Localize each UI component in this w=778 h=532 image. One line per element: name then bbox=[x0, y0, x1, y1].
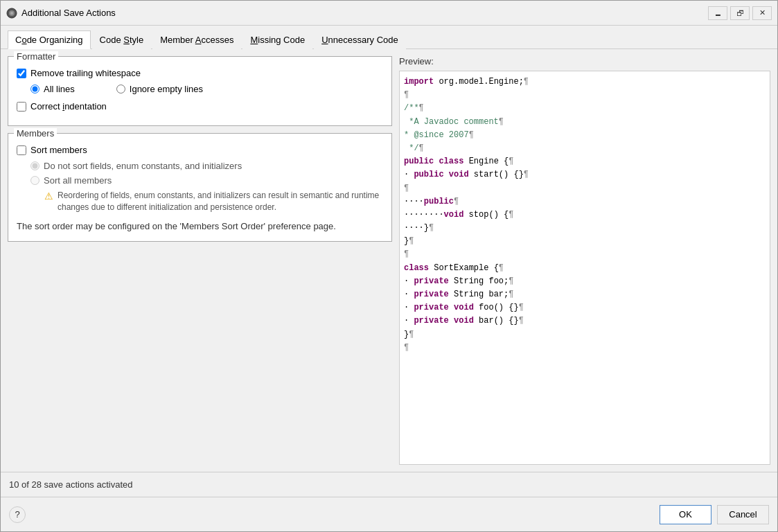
correct-indentation-checkbox[interactable] bbox=[17, 102, 26, 112]
titlebar-controls: 🗕 🗗 ✕ bbox=[708, 6, 772, 20]
ignore-empty-row: Ignore empty lines bbox=[116, 84, 203, 94]
tab-unnecessary-code[interactable]: Unnecessary Code bbox=[314, 30, 406, 49]
code-line: */¶ bbox=[404, 142, 766, 155]
formatter-content: Remove trailing whitespace All lines Ign… bbox=[17, 68, 383, 112]
remove-whitespace-label[interactable]: Remove trailing whitespace bbox=[30, 68, 141, 78]
sort-members-checkbox[interactable] bbox=[17, 145, 26, 155]
ok-button[interactable]: OK bbox=[660, 505, 711, 524]
code-line: ¶ bbox=[404, 89, 766, 102]
tab-code-style[interactable]: Code Style bbox=[92, 30, 152, 49]
sort-suboptions: Do not sort fields, enum constants, and … bbox=[30, 161, 383, 213]
no-sort-radio-row: Do not sort fields, enum constants, and … bbox=[30, 161, 383, 171]
maximize-button[interactable]: 🗗 bbox=[730, 6, 750, 20]
code-line: · private void bar() {}¶ bbox=[404, 314, 766, 328]
code-line: · public void start() {}¶ bbox=[404, 168, 766, 181]
code-line: ¶ bbox=[404, 248, 766, 261]
correct-indentation-label[interactable]: Correct indentation bbox=[30, 101, 107, 112]
code-line: public class Engine {¶ bbox=[404, 155, 766, 168]
sort-all-label[interactable]: Sort all members bbox=[44, 175, 112, 186]
no-sort-radio[interactable] bbox=[30, 161, 39, 170]
warning-text: Reordering of fields, enum constants, an… bbox=[58, 190, 383, 213]
members-group: Members Sort members Do not sort fields,… bbox=[8, 133, 392, 242]
footer: ? OK Cancel bbox=[1, 497, 777, 531]
formatter-group-title: Formatter bbox=[14, 51, 58, 62]
formatter-group: Formatter Remove trailing whitespace All… bbox=[8, 56, 392, 126]
app-icon bbox=[6, 8, 17, 19]
sort-all-radio[interactable] bbox=[30, 176, 39, 185]
code-line: · private void foo() {}¶ bbox=[404, 301, 766, 314]
no-sort-label[interactable]: Do not sort fields, enum constants, and … bbox=[44, 161, 242, 171]
sort-note: The sort order may be configured on the … bbox=[17, 220, 383, 233]
code-line: ¶ bbox=[404, 182, 766, 195]
right-panel: Preview: import org.model.Engine;¶ ¶ /**… bbox=[399, 56, 770, 465]
svg-point-2 bbox=[10, 12, 13, 15]
code-line: ········void stop() {¶ bbox=[404, 209, 766, 222]
code-line: ····}¶ bbox=[404, 222, 766, 235]
cancel-button[interactable]: Cancel bbox=[717, 505, 769, 524]
code-line: }¶ bbox=[404, 328, 766, 342]
main-content: Formatter Remove trailing whitespace All… bbox=[1, 49, 777, 472]
warning-box: ⚠ Reordering of fields, enum constants, … bbox=[44, 190, 383, 213]
code-line: · private String bar;¶ bbox=[404, 288, 766, 301]
code-line: * @since 2007¶ bbox=[404, 129, 766, 142]
main-window: Additional Save Actions 🗕 🗗 ✕ Code Organ… bbox=[0, 0, 778, 532]
code-line: ····public¶ bbox=[404, 195, 766, 209]
all-lines-label[interactable]: All lines bbox=[44, 84, 75, 94]
window-title: Additional Save Actions bbox=[21, 8, 708, 18]
code-line: class SortExample {¶ bbox=[404, 262, 766, 275]
preview-box[interactable]: import org.model.Engine;¶ ¶ /**¶ *A Java… bbox=[399, 71, 770, 465]
close-button[interactable]: ✕ bbox=[752, 6, 772, 20]
sort-all-radio-row: Sort all members bbox=[30, 175, 383, 186]
minimize-button[interactable]: 🗕 bbox=[708, 6, 727, 20]
titlebar: Additional Save Actions 🗕 🗗 ✕ bbox=[1, 1, 777, 26]
footer-buttons: OK Cancel bbox=[660, 505, 769, 524]
all-lines-radio[interactable] bbox=[30, 85, 39, 94]
all-lines-row: All lines bbox=[30, 84, 75, 94]
tab-member-accesses[interactable]: Member Accesses bbox=[152, 30, 241, 49]
members-content: Sort members Do not sort fields, enum co… bbox=[17, 145, 383, 233]
left-panel: Formatter Remove trailing whitespace All… bbox=[8, 56, 392, 465]
tab-missing-code[interactable]: Missing Code bbox=[242, 30, 312, 49]
tabs-bar: Code Organizing Code Style Member Access… bbox=[1, 26, 777, 49]
ignore-empty-label[interactable]: Ignore empty lines bbox=[130, 84, 203, 94]
tab-code-organizing[interactable]: Code Organizing bbox=[8, 30, 91, 49]
code-line: · private String foo;¶ bbox=[404, 275, 766, 288]
code-line: import org.model.Engine;¶ bbox=[404, 76, 766, 89]
help-button[interactable]: ? bbox=[9, 506, 26, 523]
statusbar: 10 of 28 save actions activated bbox=[1, 472, 777, 497]
code-line: /**¶ bbox=[404, 102, 766, 115]
members-group-title: Members bbox=[14, 128, 57, 139]
code-line: *A Javadoc comment¶ bbox=[404, 116, 766, 129]
remove-whitespace-row: Remove trailing whitespace bbox=[17, 68, 383, 78]
remove-whitespace-checkbox[interactable] bbox=[17, 69, 26, 78]
ignore-empty-radio[interactable] bbox=[116, 85, 125, 94]
sort-members-label[interactable]: Sort members bbox=[30, 145, 87, 155]
sort-members-row: Sort members bbox=[17, 145, 383, 155]
warning-icon: ⚠ bbox=[44, 190, 53, 202]
whitespace-radio-group: All lines Ignore empty lines bbox=[30, 84, 383, 94]
code-line: }¶ bbox=[404, 235, 766, 248]
code-line: ¶ bbox=[404, 342, 766, 355]
status-text: 10 of 28 save actions activated bbox=[9, 479, 133, 490]
correct-indentation-row: Correct indentation bbox=[17, 101, 383, 112]
preview-label: Preview: bbox=[399, 56, 770, 66]
